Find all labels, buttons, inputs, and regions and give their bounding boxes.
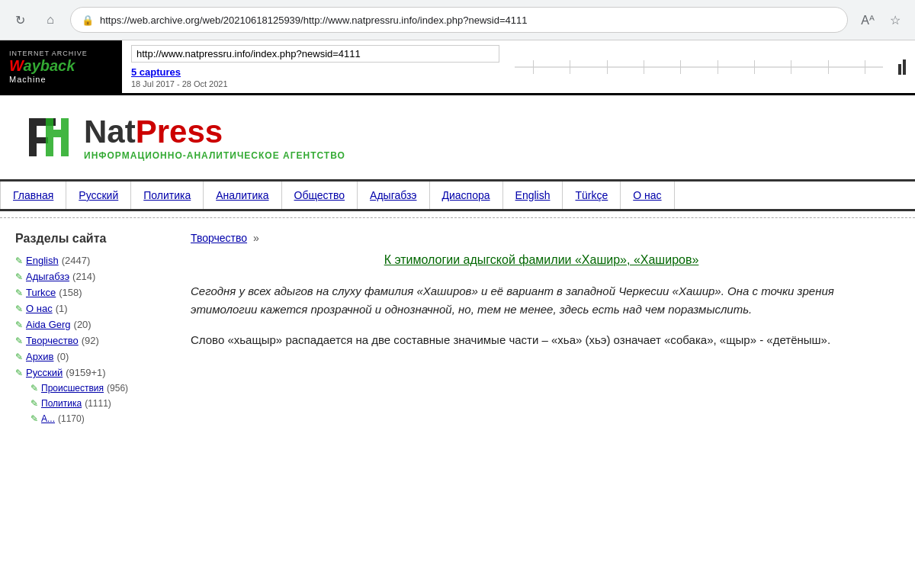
reader-mode-button[interactable]: Aᴬ [857, 9, 878, 31]
nav-item-russkiy[interactable]: Русский [66, 182, 131, 209]
pen-icon-english: ✎ [15, 255, 23, 266]
nav-item-onas[interactable]: О нас [621, 182, 674, 209]
article-body: Сегодня у всех адыгов на слуху фамилия «… [191, 282, 892, 349]
main-layout: Разделы сайта ✎ English (2447) ✎ Адыгабз… [0, 224, 915, 436]
wayback-bar: INTERNET ARCHIVE Wayback Machine 5 captu… [0, 40, 915, 95]
site-header: NatPress ИНФОРМАЦИОННО-АНАЛИТИЧЕСКОЕ АГЕ… [0, 95, 915, 179]
browser-chrome: ↻ ⌂ 🔒 https://web.archive.org/web/202106… [0, 0, 915, 40]
sidebar-count-proisshestviya: (956) [107, 383, 128, 394]
sidebar-link-arkhiv[interactable]: Архив [26, 351, 53, 362]
svg-marker-3 [46, 118, 69, 156]
wayback-timeline-area [509, 40, 889, 93]
pen-icon-onas: ✎ [15, 304, 23, 314]
article-para2: Слово «хьащыр» распадается на две состав… [191, 331, 892, 349]
sidebar: Разделы сайта ✎ English (2447) ✎ Адыгабз… [15, 232, 168, 429]
sidebar-link-politika-sub[interactable]: Политика [41, 398, 82, 409]
article-area: Творчество » К этимологии адыгской фамил… [183, 232, 900, 429]
nav-item-english[interactable]: English [503, 182, 563, 209]
pen-icon-a-sub: ✎ [30, 413, 38, 424]
pen-icon-proisshestviya: ✎ [30, 383, 38, 394]
breadcrumb-sep: » [253, 232, 259, 244]
sidebar-count-adygabze: (214) [72, 271, 95, 282]
pen-icon-adygabze: ✎ [15, 272, 23, 282]
sidebar-item-russkiy: ✎ Русский (9159+1) [15, 367, 168, 378]
home-button[interactable]: ⌂ [40, 9, 61, 31]
sidebar-item-english: ✎ English (2447) [15, 255, 168, 266]
sidebar-count-onas: (1) [56, 303, 68, 314]
bookmark-button[interactable]: ☆ [884, 9, 906, 31]
pen-icon-aidagerg: ✎ [15, 320, 23, 330]
bar-2 [903, 59, 906, 75]
pen-icon-arkhiv: ✎ [15, 352, 23, 362]
browser-right-icons: Aᴬ ☆ [857, 9, 906, 31]
nav-item-analitika[interactable]: Аналитика [204, 182, 281, 209]
wayback-logo-ayback: ayback [24, 57, 75, 74]
reload-button[interactable]: ↻ [9, 9, 30, 31]
logo-natpress: NatPress [84, 114, 345, 150]
breadcrumb-tvorchestvo[interactable]: Творчество [191, 232, 247, 244]
sidebar-item-arkhiv: ✎ Архив (0) [15, 351, 168, 362]
wayback-timeline [515, 66, 883, 68]
sidebar-count-aidagerg: (20) [74, 319, 92, 330]
pen-icon-russkiy: ✎ [15, 368, 23, 378]
article-title[interactable]: К этимологии адыгской фамилии «Хашир», «… [191, 253, 892, 267]
address-bar[interactable]: 🔒 https://web.archive.org/web/2021061812… [70, 7, 848, 33]
wayback-bar-chart [898, 59, 906, 75]
wayback-logo: Wayback [9, 57, 113, 75]
bar-1 [898, 64, 901, 75]
content-divider [0, 217, 915, 218]
lock-icon: 🔒 [82, 14, 94, 26]
pen-icon-turkce: ✎ [15, 288, 23, 298]
sidebar-count-turkce: (158) [59, 287, 82, 298]
pen-icon-politika-sub: ✎ [30, 398, 38, 409]
logo-press: Press [136, 114, 223, 149]
sidebar-count-english: (2447) [62, 255, 91, 266]
sidebar-item-onas: ✎ О нас (1) [15, 303, 168, 314]
sidebar-sub: ✎ Происшествия (956) ✎ Политика (1111) ✎… [30, 383, 168, 424]
nav-item-politika[interactable]: Политика [131, 182, 204, 209]
nav-item-turkce[interactable]: Türkçe [563, 182, 621, 209]
nav-item-diaspora[interactable]: Диаспора [430, 182, 503, 209]
sidebar-item-politika-sub: ✎ Политика (1111) [30, 398, 168, 409]
logo-nat: Nat [84, 114, 136, 149]
sidebar-item-a-sub: ✎ А... (1170) [30, 413, 168, 424]
sidebar-item-adygabze: ✎ Адыгабзэ (214) [15, 271, 168, 282]
wayback-url-area: 5 captures 18 Jul 2017 - 28 Oct 2021 [122, 40, 509, 93]
wayback-logo-w: W [9, 57, 24, 74]
wayback-url-input[interactable] [131, 45, 499, 63]
wayback-machine-label: Machine [9, 75, 113, 84]
sidebar-link-tvorchestvo[interactable]: Творчество [26, 335, 79, 346]
sidebar-link-aidagerg[interactable]: Aida Gerg [26, 319, 71, 330]
wayback-date-range: 18 Jul 2017 - 28 Oct 2021 [131, 79, 499, 88]
wayback-captures-link[interactable]: 5 captures [131, 66, 181, 78]
sidebar-count-arkhiv: (0) [56, 351, 69, 362]
wayback-bars-area [889, 40, 915, 93]
site-logo: NatPress ИНФОРМАЦИОННО-АНАЛИТИЧЕСКОЕ АГЕ… [23, 111, 345, 164]
sidebar-link-english[interactable]: English [26, 255, 59, 266]
sidebar-count-politika-sub: (1111) [85, 398, 111, 409]
sidebar-link-onas[interactable]: О нас [26, 303, 53, 314]
logo-text-area: NatPress ИНФОРМАЦИОННО-АНАЛИТИЧЕСКОЕ АГЕ… [84, 114, 345, 161]
sidebar-link-proisshestviya[interactable]: Происшествия [41, 383, 104, 394]
wayback-logo-area: INTERNET ARCHIVE Wayback Machine [0, 40, 122, 93]
svg-rect-2 [29, 137, 48, 143]
pen-icon-tvorchestvo: ✎ [15, 336, 23, 346]
sidebar-item-turkce: ✎ Turkce (158) [15, 287, 168, 298]
address-text: https://web.archive.org/web/202106181259… [100, 14, 836, 26]
nav-item-glavnaya[interactable]: Главная [0, 182, 66, 209]
article-para1: Сегодня у всех адыгов на слуху фамилия «… [191, 282, 892, 319]
nav-item-obschestvo[interactable]: Общество [282, 182, 358, 209]
sidebar-link-russkiy[interactable]: Русский [26, 367, 63, 378]
sidebar-link-turkce[interactable]: Turkce [26, 287, 56, 298]
internet-archive-label: INTERNET ARCHIVE [9, 50, 113, 57]
logo-subtitle: ИНФОРМАЦИОННО-АНАЛИТИЧЕСКОЕ АГЕНТСТВО [84, 150, 345, 161]
sidebar-item-tvorchestvo: ✎ Творчество (92) [15, 335, 168, 346]
sidebar-item-aidagerg: ✎ Aida Gerg (20) [15, 319, 168, 330]
sidebar-link-adygabze[interactable]: Адыгабзэ [26, 271, 69, 282]
nav-bar: Главная Русский Политика Аналитика Общес… [0, 179, 915, 211]
sidebar-link-a-sub[interactable]: А... [41, 413, 55, 424]
sidebar-title: Разделы сайта [15, 232, 168, 246]
nav-item-adygabze[interactable]: Адыгабзэ [358, 182, 429, 209]
logo-icon [23, 111, 76, 164]
page-content: NatPress ИНФОРМАЦИОННО-АНАЛИТИЧЕСКОЕ АГЕ… [0, 95, 915, 553]
